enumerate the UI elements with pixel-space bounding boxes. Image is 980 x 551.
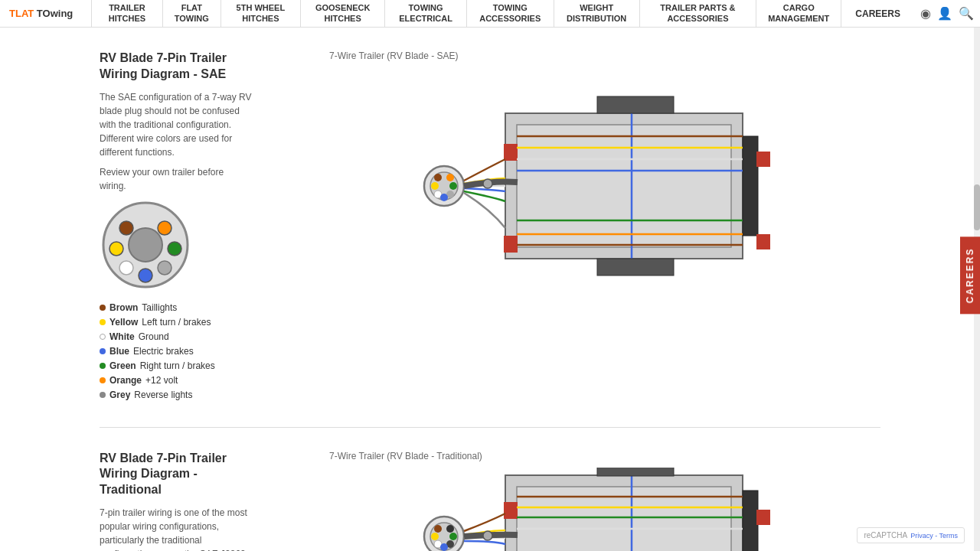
scrollbar-thumb[interactable]: [974, 184, 980, 230]
section-sae-left: RV Blade 7-Pin Trailer Wiring Diagram - …: [100, 51, 253, 404]
wire-legend-sae: Brown Taillights Yellow Left turn / brak…: [100, 302, 253, 400]
section-traditional-title: RV Blade 7-Pin Trailer Wiring Diagram - …: [100, 451, 253, 498]
svg-rect-10: [517, 125, 731, 247]
section-traditional-desc1: 7-pin trailer wiring is one of the most …: [100, 506, 253, 551]
svg-point-56: [431, 533, 439, 540]
svg-point-21: [434, 174, 442, 181]
careers-side-tab[interactable]: CAREERS: [960, 237, 980, 315]
svg-point-23: [431, 182, 439, 190]
nav-gooseneck[interactable]: GOOSENECK HITCHES: [301, 0, 385, 27]
section-sae: RV Blade 7-Pin Trailer Wiring Diagram - …: [100, 51, 880, 404]
search-icon[interactable]: 🔍: [959, 6, 974, 21]
recaptcha-label: reCAPTCHA: [864, 531, 907, 540]
section-sae-desc1: The SAE configuration of a 7-way RV blad…: [100, 90, 253, 159]
nav-cargo-management[interactable]: CARGO MANAGEMENT: [756, 0, 841, 27]
svg-point-6: [119, 261, 133, 275]
svg-rect-50: [504, 502, 518, 519]
section-traditional: RV Blade 7-Pin Trailer Wiring Diagram - …: [100, 451, 880, 551]
svg-point-1: [129, 228, 162, 262]
svg-point-4: [109, 242, 123, 256]
nav-items-container: TRAILER HITCHES FLAT TOWING 5TH WHEEL HI…: [92, 0, 841, 27]
nav-icons: ◉ 👤 🔍: [914, 0, 980, 27]
svg-rect-13: [597, 259, 674, 276]
recaptcha-badge: reCAPTCHA Privacy - Terms: [857, 527, 965, 543]
svg-point-22: [446, 174, 454, 181]
svg-point-7: [158, 261, 172, 275]
section-traditional-left: RV Blade 7-Pin Trailer Wiring Diagram - …: [100, 451, 253, 551]
trailer-wiring-svg-sae: [375, 67, 789, 282]
nav-careers[interactable]: CAREERS: [841, 0, 914, 27]
svg-point-5: [168, 242, 181, 256]
svg-rect-51: [756, 510, 770, 525]
svg-rect-15: [504, 144, 518, 161]
plug-diagram-sae: [100, 199, 191, 291]
svg-point-61: [483, 531, 492, 540]
main-content: RV Blade 7-Pin Trailer Wiring Diagram - …: [84, 28, 896, 551]
nav-towing-accessories[interactable]: TOWING ACCESSORIES: [467, 0, 554, 27]
svg-point-24: [449, 182, 457, 190]
svg-rect-17: [756, 152, 770, 167]
wire-yellow: Yellow Left turn / brakes: [100, 317, 253, 328]
site-logo[interactable]: TLAT TOwing: [0, 0, 92, 27]
svg-rect-12: [597, 96, 674, 113]
svg-point-27: [440, 194, 448, 201]
wire-white: White Ground: [100, 331, 253, 342]
wire-blue: Blue Electric brakes: [100, 346, 253, 357]
wire-green: Green Right turn / brakes: [100, 360, 253, 371]
svg-rect-18: [756, 234, 770, 249]
svg-point-57: [449, 533, 457, 540]
recaptcha-privacy[interactable]: Privacy - Terms: [910, 532, 958, 540]
section-sae-title: RV Blade 7-Pin Trailer Wiring Diagram - …: [100, 51, 253, 83]
section-sae-desc2: Review your own trailer before wiring.: [100, 165, 253, 193]
main-nav: TLAT TOwing TRAILER HITCHES FLAT TOWING …: [0, 0, 980, 28]
svg-rect-16: [504, 236, 518, 253]
section-sae-right: 7-Wire Trailer (RV Blade - SAE): [283, 51, 880, 282]
nav-flat-towing[interactable]: FLAT TOWING: [163, 0, 221, 27]
svg-point-55: [446, 525, 454, 533]
wire-grey: Grey Reverse lights: [100, 390, 253, 400]
wire-brown: Brown Taillights: [100, 302, 253, 313]
svg-point-60: [440, 543, 448, 551]
trailer-wiring-svg-traditional: [375, 468, 789, 551]
svg-point-35: [483, 179, 492, 188]
location-icon[interactable]: ◉: [920, 6, 931, 21]
svg-point-54: [434, 525, 442, 533]
sae-diagram-label: 7-Wire Trailer (RV Blade - SAE): [329, 51, 459, 61]
nav-weight-distribution[interactable]: WEIGHT DISTRIBUTION: [554, 0, 640, 27]
nav-trailer-hitches[interactable]: TRAILER HITCHES: [92, 0, 163, 27]
nav-towing-electrical[interactable]: TOWING ELECTRICAL: [385, 0, 467, 27]
section-divider: [100, 427, 880, 428]
svg-rect-49: [743, 491, 758, 551]
user-icon[interactable]: 👤: [937, 6, 952, 21]
svg-rect-14: [743, 136, 758, 236]
svg-point-3: [158, 221, 172, 235]
nav-trailer-parts[interactable]: TRAILER PARTS & ACCESSORIES: [640, 0, 756, 27]
svg-rect-48: [597, 468, 674, 476]
wire-orange: Orange +12 volt: [100, 375, 253, 386]
section-traditional-right: 7-Wire Trailer (RV Blade - Traditional): [283, 451, 880, 551]
nav-5th-wheel[interactable]: 5TH WHEEL HITCHES: [221, 0, 301, 27]
svg-point-8: [139, 269, 152, 282]
traditional-diagram-label: 7-Wire Trailer (RV Blade - Traditional): [329, 451, 482, 461]
svg-point-2: [119, 221, 133, 235]
